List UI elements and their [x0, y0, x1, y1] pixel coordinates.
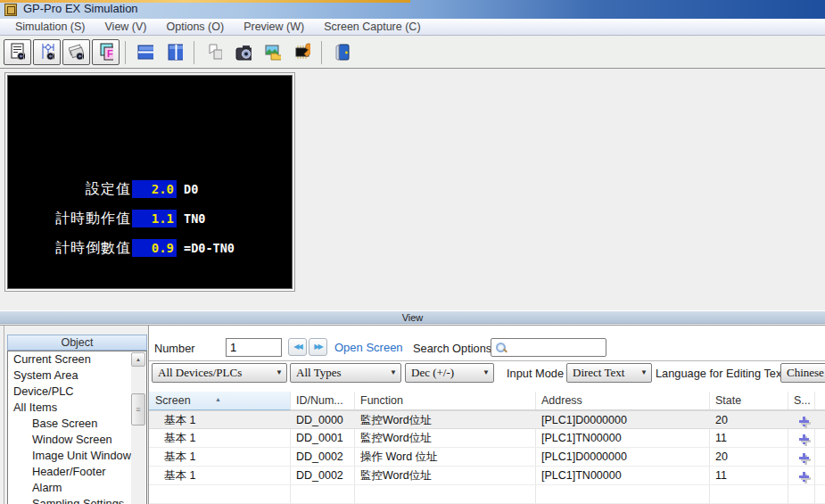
- app-icon: [4, 4, 17, 16]
- sim-value-display[interactable]: 1.1: [132, 210, 177, 227]
- search-input[interactable]: [491, 338, 606, 357]
- menu-screen-capture[interactable]: Screen Capture (C): [314, 19, 430, 35]
- simulation-screen-frame: 設定值 2.0 D0 計時動作值 1.1 TN0 計時倒數值 0.9 =D0-T…: [4, 72, 295, 292]
- add-state-icon[interactable]: [799, 417, 809, 426]
- logic-watch-button[interactable]: [33, 39, 61, 65]
- add-state-icon[interactable]: [799, 472, 809, 482]
- sim-address-label: =D0-TN0: [184, 238, 235, 258]
- cell-id: DD_0002: [290, 448, 354, 467]
- number-label: Number: [154, 340, 195, 358]
- screen-capture-button[interactable]: [229, 39, 257, 65]
- next-screen-button[interactable]: ▶▶: [309, 338, 327, 356]
- sim-label: 計時動作值: [24, 209, 131, 228]
- split-vertical-button[interactable]: [161, 39, 188, 65]
- format-filter-value: Dec (+/-): [411, 366, 454, 379]
- split-vertical-icon: [166, 42, 183, 63]
- symbol-watch-icon: [69, 42, 84, 63]
- watch-table: ▲ Screen ID/Num... Function Address Stat…: [149, 392, 825, 504]
- menu-options[interactable]: Options (O): [157, 19, 235, 35]
- menu-bar: Simulation (S) View (V) Options (O) Prev…: [0, 19, 825, 36]
- menu-view[interactable]: View (V): [95, 19, 157, 35]
- menu-simulation[interactable]: Simulation (S): [5, 19, 95, 35]
- object-item-base-screen[interactable]: Base Screen: [8, 416, 131, 432]
- add-state-icon[interactable]: [799, 453, 809, 463]
- frames-button[interactable]: F: [92, 39, 120, 65]
- sim-address-label: D0: [184, 179, 198, 199]
- frames-icon: F: [98, 42, 113, 63]
- header-s[interactable]: S...: [788, 392, 814, 410]
- simulation-watch-button[interactable]: [4, 39, 31, 65]
- device-filter-value: All Devices/PLCs: [158, 366, 242, 379]
- cell-screen: 基本 1: [149, 411, 290, 430]
- cell-id: DD_0000: [290, 411, 354, 430]
- header-id[interactable]: ID/Num...: [290, 392, 354, 410]
- movie-button[interactable]: [200, 39, 227, 65]
- cell-id: DD_0002: [290, 467, 354, 485]
- sim-row-timer-countdown: 計時倒數值 0.9 =D0-TN0: [8, 238, 292, 258]
- cell-screen: 基本 1: [149, 467, 290, 485]
- logic-watch-icon: [39, 42, 54, 63]
- toolbar: F: [0, 37, 825, 69]
- previous-screen-button[interactable]: ◀◀: [288, 338, 307, 356]
- watch-list-panel: Number ◀◀ ▶▶ Open Screen Search Options …: [149, 326, 825, 504]
- screen-number-input[interactable]: [226, 338, 282, 357]
- object-item-system-area[interactable]: System Area: [8, 368, 131, 384]
- cell-function: 操作 Word 位址: [354, 448, 535, 467]
- cell-address: [PLC1]D0000000: [535, 411, 709, 430]
- object-item-sampling-settings[interactable]: Sampling Settings: [8, 496, 131, 504]
- open-screen-link[interactable]: Open Screen: [334, 339, 403, 357]
- cell-function: 監控Word位址: [354, 411, 535, 430]
- capture-save-button[interactable]: [259, 39, 286, 65]
- language-dropdown[interactable]: Chinese (: [780, 363, 825, 383]
- sim-address-label: TN0: [184, 209, 205, 228]
- input-mode-dropdown[interactable]: Direct Text ▼: [566, 363, 652, 383]
- chevron-down-icon: ▼: [483, 364, 490, 382]
- table-row[interactable]: 基本 1 DD_0002 監控Word位址 [PLC1]TN00000 11: [149, 467, 825, 485]
- svg-text:F: F: [107, 48, 113, 59]
- object-item-current-screen[interactable]: Current Screen: [8, 351, 131, 368]
- cell-state: 20: [709, 411, 788, 430]
- input-mode-value: Direct Text: [573, 366, 624, 379]
- exit-button[interactable]: [327, 39, 355, 65]
- device-settings-button[interactable]: [288, 39, 316, 65]
- object-item-window-screen[interactable]: Window Screen: [8, 432, 131, 448]
- header-state[interactable]: State: [709, 392, 788, 410]
- table-row[interactable]: 基本 1 DD_0001 監控Word位址 [PLC1]TN00000 11: [149, 429, 825, 448]
- cell-screen: 基本 1: [149, 429, 290, 448]
- table-row-empty: [149, 485, 825, 504]
- object-list: Current Screen System Area Device/PLC Al…: [7, 351, 147, 504]
- table-row[interactable]: 基本 1 DD_0002 操作 Word 位址 [PLC1]D0000000 2…: [149, 448, 825, 467]
- chevron-down-icon: ▼: [640, 364, 648, 382]
- object-panel: Object Current Screen System Area Device…: [7, 335, 147, 504]
- cell-address: [PLC1]TN00000: [535, 429, 709, 448]
- header-screen-label: Screen: [155, 394, 191, 407]
- cell-state: 20: [709, 448, 788, 467]
- header-screen[interactable]: ▲ Screen: [149, 392, 290, 410]
- type-filter-dropdown[interactable]: All Types ▼: [290, 363, 401, 383]
- scrollbar-thumb[interactable]: ≡: [131, 393, 145, 426]
- object-list-scrollbar[interactable]: ▲ ≡: [131, 352, 145, 504]
- sim-row-setpoint: 設定值 2.0 D0: [8, 179, 292, 199]
- table-header: ▲ Screen ID/Num... Function Address Stat…: [149, 392, 825, 410]
- object-item-alarm[interactable]: Alarm: [8, 480, 131, 496]
- language-label: Language for Editing Text: [656, 365, 785, 383]
- object-item-all-items[interactable]: All Items: [8, 400, 131, 416]
- header-address[interactable]: Address: [535, 392, 709, 410]
- cell-function: 監控Word位址: [354, 467, 535, 485]
- split-horizontal-button[interactable]: [131, 39, 159, 65]
- sim-value-display[interactable]: 0.9: [132, 239, 177, 257]
- cell-address: [PLC1]TN00000: [535, 467, 709, 485]
- object-item-image-unit-window[interactable]: Image Unit Window: [8, 448, 131, 464]
- add-state-icon[interactable]: [799, 434, 809, 444]
- menu-preview[interactable]: Preview (W): [234, 19, 314, 35]
- format-filter-dropdown[interactable]: Dec (+/-) ▼: [405, 363, 494, 383]
- movie-icon: [205, 42, 222, 63]
- table-row[interactable]: 基本 1 DD_0000 監控Word位址 [PLC1]D0000000 20: [149, 410, 825, 429]
- header-function[interactable]: Function: [354, 392, 535, 410]
- object-item-device-plc[interactable]: Device/PLC: [8, 384, 131, 400]
- object-item-header-footer[interactable]: Header/Footer: [8, 464, 131, 480]
- sim-value-display[interactable]: 2.0: [132, 180, 177, 198]
- symbol-watch-button[interactable]: [62, 39, 90, 65]
- scroll-up-icon[interactable]: ▲: [131, 352, 145, 367]
- device-filter-dropdown[interactable]: All Devices/PLCs ▼: [152, 363, 287, 383]
